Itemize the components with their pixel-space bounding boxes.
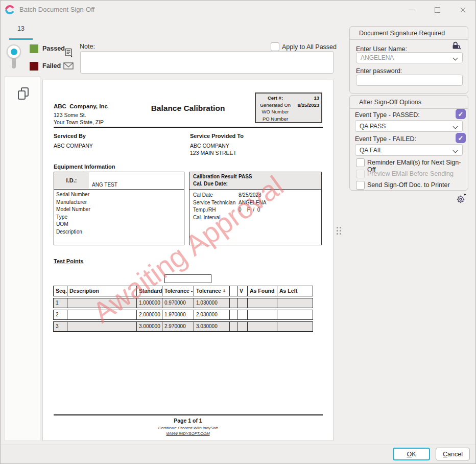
footer-url: WWW.INDYSOFT.COM <box>43 431 333 436</box>
cancel-button[interactable]: Cancel <box>436 448 470 460</box>
cert-info-box: Cert #:13 Generated On8/25/2023 WO Numbe… <box>255 92 322 123</box>
table-cell: 1 <box>54 298 67 308</box>
ok-button[interactable]: OK <box>393 448 430 460</box>
close-button[interactable] <box>457 5 469 14</box>
maximize-button[interactable] <box>431 5 443 14</box>
minimize-icon <box>409 10 415 10</box>
table-cell <box>230 322 237 331</box>
event-failed-combobox[interactable]: QA FAIL <box>355 144 463 156</box>
event-passed-checkbox[interactable] <box>456 109 466 119</box>
service-provided-to-line1: ABC COMPANY <box>190 143 229 149</box>
apply-all-passed-label: Apply to All Passed <box>282 43 337 51</box>
title-bar: Batch Document Sign-Off <box>1 1 476 19</box>
equipment-field-label: Description <box>54 228 184 236</box>
table-cell <box>230 310 237 319</box>
table-cell <box>67 322 137 331</box>
calibration-row: Cal Date8/25/2023 <box>189 192 321 200</box>
test-points-column-header: As Found <box>248 286 277 296</box>
gear-icon[interactable] <box>456 193 467 204</box>
test-points-header-row: Seq.DescriptionStandardTolerance -Tolera… <box>53 286 313 296</box>
option-checkbox[interactable] <box>356 181 365 190</box>
failed-legend-label: Failed <box>42 62 61 69</box>
lock-key-icon[interactable] <box>451 40 461 51</box>
envelope-icon[interactable] <box>63 61 74 71</box>
table-cell: 0.970000 <box>162 298 194 308</box>
document-list-strip <box>5 76 40 441</box>
table-cell: 3 <box>54 322 67 331</box>
table-cell <box>67 298 137 308</box>
generated-on-label: Generated On <box>256 102 295 108</box>
event-failed-checkbox[interactable] <box>456 133 466 143</box>
copy-icon[interactable] <box>16 86 31 102</box>
calibration-result-value: PASS <box>239 174 252 179</box>
event-passed-label: Event Type - PASSED: <box>355 111 420 119</box>
option-checkbox <box>356 170 365 178</box>
footer-divider <box>54 414 323 415</box>
test-points-column-header <box>230 286 237 296</box>
footer-credit: Certificate Created With IndySoft <box>43 426 333 430</box>
note-input[interactable] <box>80 51 334 74</box>
calibration-row-value: 0 F / 0 <box>239 207 260 213</box>
test-points-column-header: Standard <box>137 286 162 296</box>
table-cell: 1.030000 <box>194 298 230 308</box>
equipment-id-value: ANG TEST <box>92 182 117 188</box>
event-passed-combobox[interactable]: QA PASS <box>355 120 463 132</box>
cert-number-label: Cert #: <box>256 95 295 101</box>
service-provided-to-heading: Service Provided To <box>190 133 244 139</box>
tab-batch-document[interactable]: 13 <box>9 25 33 38</box>
table-cell <box>237 322 248 331</box>
test-points-column-header: V <box>237 286 248 296</box>
drag-handle-icon[interactable] <box>337 227 341 235</box>
maximize-icon <box>435 7 440 13</box>
table-cell <box>67 310 137 319</box>
test-points-column-header: As Left <box>277 286 313 296</box>
batch-position-indicator[interactable] <box>7 44 21 59</box>
option-row: Reminder EMail(s) for Next Sign-Off <box>350 158 469 170</box>
table-cell <box>277 298 313 308</box>
option-checkbox[interactable] <box>356 158 365 167</box>
table-row: 33.0000002.9700003.030000 <box>53 321 313 332</box>
failed-color-swatch <box>30 62 38 71</box>
header-divider <box>54 127 323 128</box>
calibration-row-label: Cal Date <box>193 192 213 198</box>
username-label: Enter User Name: <box>356 45 407 53</box>
table-cell <box>248 298 277 308</box>
chevron-down-icon <box>453 56 458 61</box>
table-cell <box>237 310 248 319</box>
calibration-result-box: Calibration Result PASS Cal. Due Date: C… <box>189 172 322 245</box>
username-combobox[interactable]: ANGELENA <box>356 52 463 63</box>
table-row: 22.0000001.9700002.030000 <box>53 310 313 320</box>
table-cell <box>277 310 313 319</box>
options-group: After Sign-Off Options Event Type - PASS… <box>349 95 468 191</box>
password-label: Enter password: <box>356 67 402 75</box>
serviced-by-line1: ABC COMPANY <box>54 143 93 149</box>
equipment-field-label: Serial Number <box>54 191 184 199</box>
equipment-id-label: I.D.: <box>54 172 89 189</box>
calibration-result-label: Calibration Result <box>193 174 237 179</box>
action-bar: OK Cancel <box>1 445 476 464</box>
note-label: Note: <box>80 43 95 50</box>
option-row: Send Sign-Off Doc. to Printer <box>350 181 469 192</box>
password-field[interactable] <box>356 75 463 86</box>
calibration-row-label: Cal. Interval <box>193 215 220 220</box>
equipment-box: I.D.: ANG TEST Serial NumberManufacturer… <box>54 172 184 245</box>
generated-on-value: 8/25/2023 <box>295 102 321 108</box>
cert-number-value: 13 <box>295 95 321 101</box>
batch-position-track <box>12 58 16 68</box>
equipment-field-label: UOM <box>54 221 184 228</box>
test-points-table: Seq.DescriptionStandardTolerance -Tolera… <box>53 286 313 334</box>
calibration-row-value: 8/25/2023 <box>239 192 261 198</box>
po-number-label: PO Number <box>256 116 295 122</box>
table-cell <box>277 322 313 331</box>
apply-all-passed-checkbox[interactable] <box>271 42 279 51</box>
calibration-row: Cal. Interval <box>189 215 321 222</box>
table-cell: 2.030000 <box>194 310 230 319</box>
event-failed-label: Event Type - FAILED: <box>355 135 416 143</box>
table-cell <box>248 310 277 319</box>
minimize-button[interactable] <box>406 5 418 14</box>
note-icon[interactable] <box>64 48 74 58</box>
table-cell: 2.000000 <box>137 310 162 319</box>
equipment-heading: Equipment Information <box>54 164 115 170</box>
signature-group-title: Document Signature Required <box>350 27 468 40</box>
options-group-title: After Sign-Off Options <box>350 96 468 109</box>
